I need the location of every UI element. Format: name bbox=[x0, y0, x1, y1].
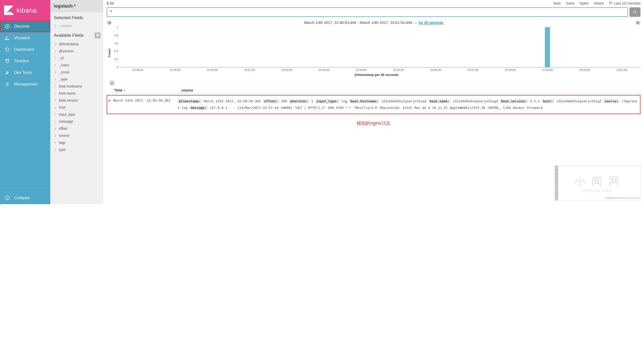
index-pattern-selector[interactable]: logstash-* bbox=[50, 0, 103, 12]
field--version[interactable]: t@version bbox=[50, 48, 103, 55]
chevron-left-icon bbox=[5, 195, 10, 201]
field-name: offset bbox=[59, 126, 67, 130]
action-share[interactable]: Share bbox=[594, 1, 604, 5]
field--index[interactable]: t_index bbox=[50, 62, 103, 69]
row-time: March 13th 2017, 22:59:39.362 bbox=[113, 98, 178, 111]
compass-icon bbox=[5, 24, 10, 29]
action-save[interactable]: Save bbox=[566, 1, 574, 5]
time-filter[interactable]: Last 15 minutes bbox=[609, 1, 640, 5]
field-offset[interactable]: #offset bbox=[50, 125, 103, 132]
selected-fields-title: Selected Fields bbox=[50, 12, 103, 22]
collapse-label: Collapse bbox=[14, 196, 30, 200]
col-source-header[interactable]: _source bbox=[180, 88, 640, 92]
svg-point-7 bbox=[6, 60, 9, 63]
field-name: _index bbox=[59, 63, 69, 67]
field--id[interactable]: t_id bbox=[50, 55, 103, 62]
search-button[interactable] bbox=[629, 7, 640, 17]
fields-settings-button[interactable] bbox=[95, 32, 101, 38]
gauge-icon bbox=[5, 47, 10, 52]
action-open[interactable]: Open bbox=[579, 1, 589, 5]
field-message[interactable]: tmessage bbox=[50, 118, 103, 125]
scroll-top-button[interactable]: ▲ bbox=[109, 80, 115, 86]
topbar: 1 hit New Save Open Share Last 15 minute… bbox=[103, 0, 644, 6]
field-name: @timestamp bbox=[59, 42, 79, 46]
field-type-icon: # bbox=[54, 70, 57, 74]
fields-panel: logstash-* Selected Fields ? _source Ava… bbox=[50, 0, 103, 204]
nav-management[interactable]: Management bbox=[0, 78, 50, 90]
available-fields-title: Available Fields bbox=[54, 33, 84, 38]
svg-marker-2 bbox=[7, 26, 8, 27]
field-input-type[interactable]: tinput_type bbox=[50, 111, 103, 118]
logo[interactable]: kibana bbox=[0, 0, 50, 21]
field--type[interactable]: t_type bbox=[50, 76, 103, 83]
time-range-display: ◀ March 13th 2017, 22:46:53.494 - March … bbox=[103, 19, 644, 26]
chart-ylabel: Count bbox=[107, 27, 112, 79]
table-row: ▶ March 13th 2017, 22:59:39.362 @timesta… bbox=[107, 95, 640, 114]
sort-desc-icon: ▼ bbox=[123, 89, 126, 92]
annotation-label: 模拟的nginx日志 bbox=[103, 117, 644, 130]
gear-icon bbox=[96, 34, 99, 37]
clock-icon bbox=[609, 1, 612, 5]
field-type-icon: t bbox=[54, 84, 57, 88]
field-name: message bbox=[59, 119, 73, 123]
field-type-icon: t bbox=[54, 120, 57, 123]
field-type-icon: t bbox=[54, 56, 57, 60]
interval-link[interactable]: by 30 seconds bbox=[419, 20, 443, 25]
action-new[interactable]: New bbox=[553, 1, 561, 5]
field-type-icon: t bbox=[54, 49, 57, 53]
field-type-icon: t bbox=[54, 77, 57, 81]
field-name: @version bbox=[59, 49, 74, 53]
svg-point-8 bbox=[7, 84, 8, 85]
documents-table: Time▼ _source ▶ March 13th 2017, 22:59:3… bbox=[103, 87, 644, 117]
col-time-header[interactable]: Time▼ bbox=[114, 88, 180, 92]
collapse-button[interactable]: Collapse bbox=[0, 191, 50, 204]
nav-devtools[interactable]: Dev Tools bbox=[0, 67, 50, 78]
field-type-icon: t bbox=[54, 99, 57, 102]
field-name: host bbox=[59, 105, 65, 109]
field-type-icon: t bbox=[54, 148, 57, 152]
field-source[interactable]: tsource bbox=[50, 132, 103, 139]
nav-visualize[interactable]: Visualize bbox=[0, 32, 50, 44]
field-type[interactable]: ttype bbox=[50, 146, 103, 153]
nav-label: Discover bbox=[14, 24, 30, 29]
field-type-icon: t bbox=[54, 141, 57, 145]
histogram-bar[interactable] bbox=[545, 27, 550, 67]
chart-plot-area[interactable]: 10.80.60.40.20 bbox=[119, 27, 640, 67]
svg-point-4 bbox=[7, 49, 8, 50]
field--score[interactable]: #_score bbox=[50, 69, 103, 76]
field-type-icon: ? bbox=[54, 24, 57, 28]
field-type-icon: t bbox=[54, 63, 57, 67]
nav-timelion[interactable]: Timelion bbox=[0, 55, 50, 67]
search-input[interactable] bbox=[107, 7, 628, 17]
field-name: _id bbox=[59, 56, 64, 60]
sidebar: kibana Discover Visualize Dashboard Time… bbox=[0, 0, 50, 204]
field-source[interactable]: ? _source bbox=[50, 22, 103, 29]
field-name: type bbox=[59, 148, 65, 152]
field-beat-version[interactable]: tbeat.version bbox=[50, 97, 103, 104]
field-host[interactable]: thost bbox=[50, 104, 103, 111]
nav-discover[interactable]: Discover bbox=[0, 21, 50, 32]
search-icon bbox=[633, 10, 637, 14]
field-name: beat.name bbox=[59, 91, 75, 95]
main: 1 hit New Save Open Share Last 15 minute… bbox=[103, 0, 644, 204]
nav-label: Management bbox=[14, 82, 37, 86]
field-tags[interactable]: ttags bbox=[50, 139, 103, 146]
field-beat-name[interactable]: tbeat.name bbox=[50, 90, 103, 97]
field-type-icon: t bbox=[54, 134, 57, 138]
field-name: _type bbox=[59, 77, 67, 81]
wrench-icon bbox=[5, 70, 10, 75]
field-beat-hostname[interactable]: tbeat.hostname bbox=[50, 83, 103, 90]
time-prev-button[interactable]: ◀ bbox=[107, 20, 112, 25]
field--timestamp[interactable]: ⊙@timestamp bbox=[50, 40, 103, 48]
nav-label: Dev Tools bbox=[14, 70, 32, 75]
field-name: input_type bbox=[59, 112, 75, 116]
time-next-button[interactable]: ▶ bbox=[635, 20, 640, 25]
gear-icon bbox=[5, 81, 10, 87]
nav-dashboard[interactable]: Dashboard bbox=[0, 44, 50, 55]
field-name: beat.version bbox=[59, 98, 78, 102]
field-name: _score bbox=[59, 70, 69, 74]
field-type-icon: # bbox=[54, 127, 57, 130]
expand-row-button[interactable]: ▶ bbox=[109, 98, 113, 111]
watermark: XWENW.COM 小 闻 网 XWENW.COM 小闻网(WWW.XWENW.… bbox=[555, 165, 640, 201]
chart-xlabel: @timestamp per 30 seconds bbox=[112, 71, 640, 79]
